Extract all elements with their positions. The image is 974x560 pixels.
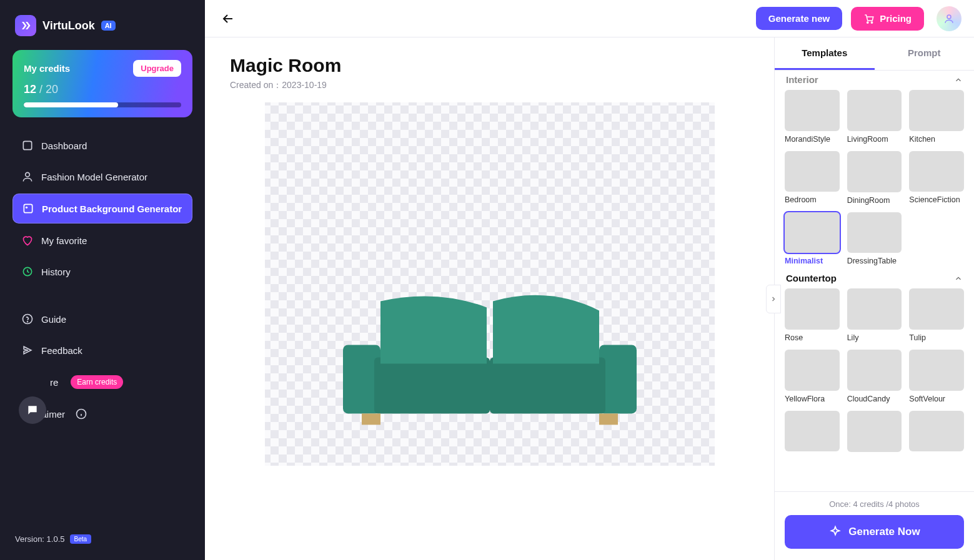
template-tile-minimalist[interactable]: Minimalist: [785, 212, 840, 266]
template-tile-cloudcandy[interactable]: CloudCandy: [847, 350, 902, 403]
svg-point-10: [947, 15, 951, 19]
panel-scroll[interactable]: Interior MorandiStyleLivingRoomKitchenBe…: [775, 71, 974, 491]
pricing-label: Pricing: [880, 13, 912, 24]
template-tile-bedroom[interactable]: Bedroom: [785, 151, 840, 205]
beta-badge: Beta: [70, 534, 92, 544]
brand: VirtuLook AI: [15, 15, 192, 36]
svg-rect-14: [490, 357, 605, 413]
avatar-button[interactable]: [937, 6, 962, 31]
product-canvas[interactable]: [265, 102, 715, 466]
template-tile-kitchen[interactable]: Kitchen: [909, 90, 964, 144]
image-icon: [22, 202, 34, 215]
tab-prompt[interactable]: Prompt: [875, 37, 975, 70]
generate-now-button[interactable]: Generate Now: [785, 515, 964, 549]
brand-logo-icon: [15, 15, 36, 36]
template-thumb: [785, 288, 840, 330]
sidebar-item-guide[interactable]: Guide: [12, 305, 192, 333]
template-thumb: [847, 350, 902, 391]
template-label: Tulip: [909, 333, 964, 342]
workspace: Magic Room Created on：2023-10-19: [205, 37, 974, 560]
heart-icon: [21, 234, 34, 247]
main: Generate new Pricing Magic Room Created …: [205, 0, 974, 560]
sidebar-item-label: Guide: [41, 314, 66, 325]
grid-countertop: RoseLilyTulipYellowFloraCloudCandySoftVe…: [785, 288, 964, 403]
template-thumb: [847, 288, 902, 330]
svg-point-6: [27, 322, 28, 322]
section-countertop-title: Countertop: [786, 273, 837, 283]
sparkle-icon: [828, 525, 842, 539]
user-icon: [21, 170, 34, 183]
chat-bubble-button[interactable]: [19, 396, 46, 424]
panel-collapse-button[interactable]: [766, 285, 781, 313]
template-label: Lily: [847, 333, 902, 342]
svg-rect-16: [599, 413, 618, 425]
sidebar-item-feedback[interactable]: Feedback: [12, 336, 192, 365]
section-countertop-head[interactable]: Countertop: [785, 265, 964, 288]
chevron-right-icon: [770, 295, 777, 303]
credits-total: 20: [46, 83, 58, 96]
panel-footer: Once: 4 credits /4 photos Generate Now: [775, 491, 974, 560]
template-tile-rose[interactable]: Rose: [785, 288, 840, 342]
created-date: 2023-10-19: [282, 80, 327, 90]
sidebar-item-product-bg[interactable]: Product Background Generator: [12, 194, 192, 224]
help-icon: [21, 313, 34, 325]
template-tile-yellowflora[interactable]: YellowFlora: [785, 350, 840, 403]
version-label: Version: 1.0.5: [15, 534, 65, 544]
svg-rect-0: [23, 141, 31, 149]
chevron-up-icon: [954, 274, 963, 283]
sidebar-item-label: Fashion Model Generator: [41, 172, 147, 182]
sidebar-item-favorite[interactable]: My favorite: [12, 226, 192, 255]
generate-now-label: Generate Now: [848, 526, 920, 538]
topbar: Generate new Pricing: [205, 0, 974, 37]
sidebar-item-label: Product Background Generator: [42, 204, 182, 214]
template-thumb: [785, 151, 840, 192]
generate-new-button[interactable]: Generate new: [756, 7, 842, 30]
brand-ai-badge: AI: [101, 21, 116, 31]
template-thumb: [909, 288, 964, 330]
back-button[interactable]: [217, 8, 239, 29]
template-tile-dressingtable[interactable]: DressingTable: [847, 212, 902, 266]
created-label: Created on：: [230, 80, 282, 90]
sidebar-item-label: re: [50, 377, 58, 388]
credits-progress-fill: [24, 102, 118, 107]
template-tile-softvelour[interactable]: SoftVelour: [909, 350, 964, 403]
template-label: Bedroom: [785, 195, 840, 204]
user-icon: [943, 13, 955, 24]
template-thumb: [847, 90, 902, 131]
chevron-up-icon: [954, 76, 963, 84]
template-tile-livingroom[interactable]: LivingRoom: [847, 90, 902, 144]
template-tile-sciencefiction[interactable]: ScienceFiction: [909, 151, 964, 205]
template-tile[interactable]: [785, 411, 840, 452]
template-label: MorandiStyle: [785, 135, 840, 144]
template-thumb: [847, 212, 902, 253]
template-tile-diningroom[interactable]: DiningRoom: [847, 151, 902, 205]
sidebar-item-label: Feedback: [41, 345, 82, 356]
template-thumb: [785, 212, 840, 253]
svg-point-8: [867, 21, 868, 22]
sidebar-item-history[interactable]: History: [12, 257, 192, 286]
svg-rect-2: [24, 204, 32, 212]
right-panel: Templates Prompt Interior MorandiStyleLi…: [774, 37, 974, 560]
pricing-button[interactable]: Pricing: [851, 7, 924, 31]
template-tile[interactable]: [909, 411, 964, 452]
sidebar-item-dashboard[interactable]: Dashboard: [12, 131, 192, 160]
dashboard-icon: [21, 139, 34, 152]
sidebar-item-label: My favorite: [41, 235, 87, 246]
page-title: Magic Room: [230, 55, 749, 76]
panel-tabs: Templates Prompt: [775, 37, 974, 71]
sidebar-item-label: Dashboard: [41, 140, 87, 151]
sidebar-item-fashion[interactable]: Fashion Model Generator: [12, 162, 192, 191]
template-tile[interactable]: [847, 411, 902, 452]
template-label: Minimalist: [785, 257, 840, 265]
credits-progress: [24, 102, 181, 107]
upgrade-button[interactable]: Upgrade: [133, 60, 181, 77]
template-tile-morandistyle[interactable]: MorandiStyle: [785, 90, 840, 144]
sidebar-item-earn[interactable]: re Earn credits: [12, 367, 192, 397]
template-thumb: [909, 151, 964, 192]
template-tile-lily[interactable]: Lily: [847, 288, 902, 342]
template-tile-tulip[interactable]: Tulip: [909, 288, 964, 342]
tab-templates[interactable]: Templates: [775, 37, 875, 70]
section-interior-head[interactable]: Interior: [785, 71, 964, 90]
template-label: DressingTable: [847, 257, 902, 265]
template-label: YellowFlora: [785, 395, 840, 403]
